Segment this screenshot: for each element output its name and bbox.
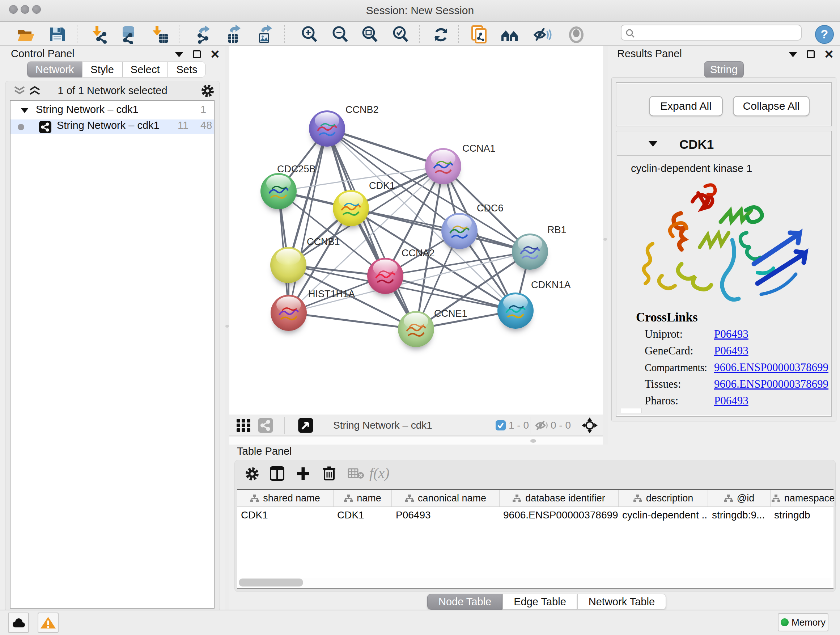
import-network-file-icon[interactable] <box>90 25 109 44</box>
network-collection-row[interactable]: String Network – cdk1 1 <box>11 103 214 118</box>
crosslink-value-link[interactable]: P06493 <box>714 328 748 340</box>
crosslink-value-link[interactable]: P06493 <box>714 344 748 357</box>
export-network-icon[interactable] <box>194 25 213 44</box>
results-scrollbar[interactable] <box>621 408 642 413</box>
function-builder-icon[interactable]: f(x) <box>369 464 390 481</box>
delete-table-icon[interactable] <box>347 468 364 479</box>
control-tab-network[interactable]: Network <box>27 62 82 78</box>
zoom-out-icon[interactable] <box>330 25 350 44</box>
node-CCNE1[interactable] <box>398 311 434 347</box>
network-grey-icon[interactable] <box>257 417 273 433</box>
node-CDK1[interactable] <box>333 190 369 226</box>
gene-section-header[interactable]: CDK1 <box>617 132 831 156</box>
results-panel-close-icon[interactable]: ✕ <box>824 50 834 58</box>
node-RB1[interactable] <box>512 233 548 270</box>
collapse-all-button[interactable]: Collapse All <box>733 96 810 116</box>
crosslink-label: Tissues: <box>645 378 681 390</box>
control-tab-select[interactable]: Select <box>122 62 168 78</box>
column-header-canonical-name[interactable]: canonical name <box>392 490 500 507</box>
table-h-scrollbar[interactable] <box>238 578 831 587</box>
table-row[interactable]: CDK1CDK1P064939606.ENSP00000378699cyclin… <box>237 507 834 523</box>
show-icon[interactable] <box>567 25 586 44</box>
left-panel-divider[interactable] <box>225 46 229 610</box>
table-tab-node-table[interactable]: Node Table <box>427 594 502 610</box>
results-tab-string[interactable]: String <box>704 61 744 78</box>
toolbar-search-input[interactable] <box>621 25 802 41</box>
control-panel-menu-icon[interactable] <box>175 52 183 57</box>
memory-button[interactable]: Memory <box>778 613 829 631</box>
import-network-database-icon[interactable] <box>118 25 138 44</box>
edge-CDK1-RB1[interactable] <box>351 208 530 252</box>
save-session-icon[interactable] <box>47 25 67 44</box>
column-header--id[interactable]: @id <box>708 490 771 507</box>
edge-HIST1H1A-CCNE1[interactable] <box>289 313 416 329</box>
node-CCNA2[interactable] <box>367 258 403 294</box>
node-CDC6[interactable] <box>441 213 477 249</box>
gene-collapse-icon[interactable] <box>648 141 658 147</box>
table-tab-edge-table[interactable]: Edge Table <box>502 594 577 610</box>
column-header-database-identifier[interactable]: database identifier <box>500 490 619 507</box>
edge-CCNB2-HIST1H1A[interactable] <box>289 128 327 313</box>
expand-all-button[interactable]: Expand All <box>649 96 723 116</box>
results-panel-float-icon[interactable] <box>807 50 815 58</box>
zoom-selected-icon[interactable] <box>391 25 410 44</box>
column-header-shared-name[interactable]: shared name <box>237 490 333 507</box>
fit-selected-icon[interactable] <box>582 417 598 433</box>
open-session-icon[interactable] <box>16 25 35 44</box>
delete-column-icon[interactable] <box>322 465 337 481</box>
crosslink-value-link[interactable]: P06493 <box>714 394 748 407</box>
warning-status-button[interactable] <box>38 613 58 633</box>
control-panel-title: Control Panel <box>11 48 74 60</box>
results-panel-title: Results Panel <box>617 48 682 60</box>
control-panel-close-icon[interactable]: ✕ <box>210 50 220 58</box>
column-header-namespace[interactable]: namespace <box>771 490 836 507</box>
export-image-icon[interactable] <box>256 25 275 44</box>
column-header-description[interactable]: description <box>619 490 708 507</box>
edge-CCNB2-RB1[interactable] <box>327 128 530 252</box>
node-CDC25B[interactable] <box>261 173 297 209</box>
network-options-gear-icon[interactable] <box>201 84 215 98</box>
show-columns-icon[interactable] <box>270 466 285 481</box>
zoom-fit-icon[interactable] <box>360 25 379 44</box>
node-CCNB1[interactable] <box>270 247 306 283</box>
results-panel-menu-icon[interactable] <box>789 52 797 57</box>
right-panel-divider[interactable] <box>603 46 608 445</box>
network-row[interactable]: String Network – cdk1 11 48 <box>11 119 214 134</box>
node-table: shared namenamecanonical namedatabase id… <box>237 489 834 589</box>
help-icon[interactable]: ? <box>815 25 834 44</box>
refresh-icon[interactable] <box>431 25 451 44</box>
selected-nodes-checkbox[interactable] <box>496 420 506 431</box>
node-CCNB2[interactable] <box>309 111 345 147</box>
home-icon[interactable] <box>500 25 519 44</box>
crosslink-value-link[interactable]: 9606.ENSP00000378699 <box>714 361 829 374</box>
cloud-status-button[interactable] <box>8 613 29 633</box>
network-canvas[interactable]: CCNB2CCNA1CDC25BCDK1CDC6RB1CCNB1CCNA2CDK… <box>229 46 603 415</box>
table-options-gear-icon[interactable] <box>245 467 259 481</box>
table-panel-divider[interactable] <box>229 437 603 445</box>
control-tab-style[interactable]: Style <box>82 62 122 78</box>
control-panel-tabs: NetworkStyleSelectSets <box>27 62 205 78</box>
detach-view-icon[interactable] <box>298 417 314 433</box>
protein-structure-image <box>638 179 815 323</box>
node-HIST1H1A[interactable] <box>271 295 307 331</box>
birds-eye-icon[interactable] <box>236 418 252 432</box>
table-tab-network-table[interactable]: Network Table <box>577 594 666 610</box>
import-table-file-icon[interactable] <box>150 25 169 44</box>
export-table-icon[interactable] <box>225 25 244 44</box>
node-CCNA1[interactable] <box>425 148 461 184</box>
zoom-in-icon[interactable] <box>300 25 319 44</box>
network-current-dot <box>18 124 24 130</box>
collection-expand-icon[interactable] <box>21 108 28 113</box>
network-manager: 1 of 1 Network selected String Network –… <box>5 81 220 612</box>
annotation-icon[interactable] <box>469 25 489 44</box>
hidden-counter: 0 - 0 <box>551 420 571 431</box>
hide-icon[interactable] <box>532 25 552 44</box>
column-header-name[interactable]: name <box>333 490 392 507</box>
control-panel-float-icon[interactable] <box>193 50 201 58</box>
crosslink-value-link[interactable]: 9606.ENSP00000378699 <box>714 378 829 391</box>
add-column-icon[interactable] <box>295 466 311 481</box>
node-CDKN1A[interactable] <box>497 293 534 329</box>
node-label-RB1: RB1 <box>547 225 567 236</box>
network-row-label: String Network – cdk1 <box>57 119 159 131</box>
control-tab-sets[interactable]: Sets <box>168 62 205 78</box>
